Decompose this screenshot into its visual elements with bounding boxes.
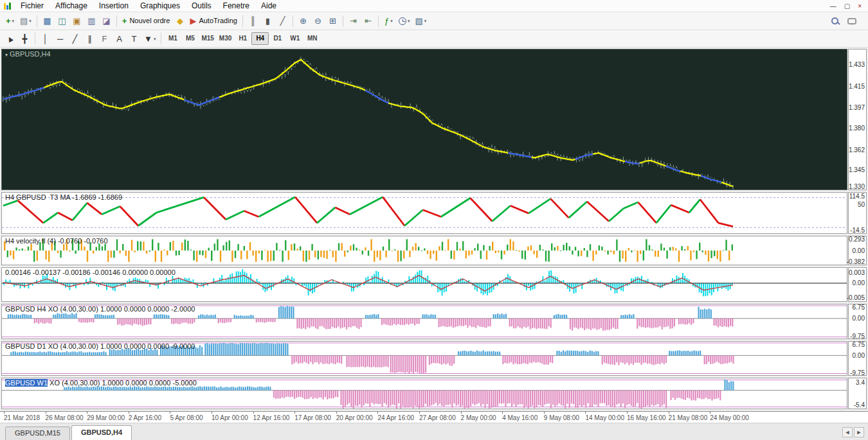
chart-pane-xo-d1[interactable]: GBPUSD D1 XO (4.00,30.00) 1.0000 0.0000 …: [1, 341, 847, 376]
timeframe-h1[interactable]: H1: [234, 32, 251, 45]
indicator-scale-osc[interactable]: 0.0030.00-0.005: [848, 267, 867, 302]
price-scale-main[interactable]: 1.4331.4151.3971.3801.3621.3451.330: [848, 49, 867, 190]
chevron-down-icon[interactable]: ▾: [424, 19, 427, 23]
auto-scroll-button[interactable]: ⇥: [346, 14, 361, 28]
menu-fichier[interactable]: Fichier: [15, 1, 50, 11]
text-button[interactable]: A: [112, 31, 127, 46]
tab-scroll-left-button[interactable]: ◄: [842, 427, 853, 437]
time-tick: [336, 412, 337, 414]
scale-label: -9.75: [850, 369, 865, 376]
window-controls: —▢×: [830, 3, 868, 10]
indicator-scale-velocity[interactable]: 0.2930.00-0.382: [848, 236, 867, 265]
chart-line-icon: ╱: [280, 17, 285, 25]
vertical-line-button[interactable]: │: [38, 31, 53, 46]
toolbar-separator: [116, 15, 117, 27]
chart-pane-xo-h4[interactable]: GBPUSD H4 XO (4.00,30.00) 1.0000 0.0000 …: [1, 304, 847, 339]
timeframe-m15[interactable]: M15: [199, 32, 216, 45]
menu-outils[interactable]: Outils: [186, 1, 217, 11]
pane-label: ▾GBPUSD,H4: [5, 50, 51, 58]
chart-pane-osc[interactable]: 0.00146 -0.00137 -0.00186 -0.00146 0.000…: [1, 267, 847, 302]
profiles-button[interactable]: ▤▾: [17, 14, 34, 28]
menu-insertion[interactable]: Insertion: [93, 1, 134, 11]
pane-label: GBPUSD W1 XO (4.00,30.00) 1.0000 0.0000 …: [5, 379, 197, 387]
timeframe-d1[interactable]: D1: [269, 32, 286, 45]
chart-pane-xo-w1[interactable]: GBPUSD W1 XO (4.00,30.00) 1.0000 0.0000 …: [1, 378, 847, 409]
chevron-down-icon[interactable]: ▾: [408, 19, 410, 23]
equidistant-channel-button[interactable]: ∥: [82, 31, 97, 46]
timeframe-w1[interactable]: W1: [286, 32, 303, 45]
periods-button[interactable]: ▾: [396, 14, 413, 28]
time-label: 5 Apr 08:00: [170, 414, 203, 421]
time-label: 2 May 00:00: [461, 414, 496, 421]
chart-tab-gbpusd-m15[interactable]: GBPUSD,M15: [5, 427, 70, 440]
data-window-button[interactable]: ◫: [55, 14, 69, 28]
market-watch-button[interactable]: ▦: [40, 14, 55, 28]
close-button[interactable]: ×: [858, 3, 862, 10]
timeframe-m30[interactable]: M30: [217, 32, 234, 45]
indicator-scale-xo-h4[interactable]: 6.750.00-9.75: [848, 304, 867, 339]
metaeditor-button[interactable]: ◆: [172, 14, 187, 28]
autotrading-button[interactable]: ▶AutoTrading: [187, 14, 240, 28]
text-label-button[interactable]: T: [127, 31, 141, 46]
time-tick: [212, 412, 212, 414]
horizontal-line-button[interactable]: ─: [53, 31, 68, 46]
chat-icon[interactable]: [847, 18, 856, 24]
crosshair-button[interactable]: ╋: [17, 31, 32, 46]
zoom-in-button[interactable]: ⊕: [296, 14, 311, 28]
restore-button[interactable]: ▢: [844, 3, 850, 10]
time-tick: [294, 412, 295, 414]
timeframe-h4[interactable]: H4: [251, 32, 269, 45]
navigator-icon: ▣: [73, 17, 80, 25]
scale-label: -9.75: [850, 332, 865, 339]
tile-windows-button[interactable]: ⊞: [325, 14, 340, 28]
chart-pane-main[interactable]: ▾GBPUSD,H4: [1, 49, 847, 190]
timeframe-m1[interactable]: M1: [164, 32, 181, 45]
indicators-button[interactable]: ƒ▾: [381, 14, 396, 28]
chevron-down-icon[interactable]: ▾: [390, 19, 393, 23]
trendline-button[interactable]: ╱: [68, 31, 82, 46]
chart-tab-gbpusd-h4[interactable]: GBPUSD,H4: [71, 425, 132, 440]
indicator-scale-xo-d1[interactable]: 6.750.00-9.75: [848, 341, 867, 376]
tab-scroll-arrows: ◄►: [838, 427, 868, 440]
menu-graphiques[interactable]: Graphiques: [134, 1, 186, 11]
timeframe-mn[interactable]: MN: [303, 32, 321, 45]
terminal-icon: ▥: [87, 17, 95, 25]
chart-line-button[interactable]: ╱: [275, 14, 290, 28]
timeframe-m5[interactable]: M5: [181, 32, 199, 45]
scale-label: 1.415: [849, 82, 865, 89]
chevron-down-icon[interactable]: ▾: [29, 19, 32, 23]
strategy-tester-button[interactable]: ◪: [99, 14, 114, 28]
terminal-button[interactable]: ▥: [84, 14, 99, 28]
tab-scroll-right-button[interactable]: ►: [854, 427, 864, 437]
time-tick: [377, 412, 378, 414]
menu-fenetre[interactable]: Fenetre: [217, 1, 255, 11]
chart-pane-velocity[interactable]: H4 velocity fl (4) -0.0760 -0.0760: [1, 236, 847, 265]
chart-bars-button[interactable]: ║: [246, 14, 260, 28]
chart-pane-t3[interactable]: H4 GBPUSD T3 MA -1.6869 -1.6869: [1, 192, 847, 234]
text-icon: A: [116, 35, 122, 43]
menu-items: FichierAffichageInsertionGraphiquesOutil…: [15, 1, 282, 11]
pane-label: 0.00146 -0.00137 -0.00186 -0.00146 0.000…: [5, 268, 176, 276]
new-chart-button[interactable]: +▾: [3, 14, 17, 28]
cursor-button[interactable]: ▲: [3, 31, 17, 46]
arrows-button[interactable]: ▼▾: [141, 31, 158, 46]
menu-aide[interactable]: Aide: [255, 1, 282, 11]
new-order-button[interactable]: +Nouvel ordre: [120, 14, 173, 28]
chevron-down-icon[interactable]: ▾: [154, 37, 156, 41]
chart-menu-icon[interactable]: ▾: [5, 52, 8, 58]
pane-label: GBPUSD D1 XO (4.00,30.00) 1.0000 0.0000 …: [5, 342, 195, 350]
chart-candles-button[interactable]: ▮: [260, 14, 275, 28]
indicator-scale-xo-w1[interactable]: 3.4-5.4: [848, 378, 867, 409]
fibonacci-button[interactable]: F: [97, 31, 112, 46]
indicator-scale-t3[interactable]: 114.550-14.5: [848, 192, 867, 234]
minimize-button[interactable]: —: [830, 3, 836, 10]
chart-shift-button[interactable]: ⇤: [361, 14, 375, 28]
search-icon[interactable]: [831, 17, 838, 24]
menu-affichage[interactable]: Affichage: [50, 1, 93, 11]
chevron-down-icon[interactable]: ▾: [12, 19, 15, 23]
navigator-button[interactable]: ▣: [69, 14, 84, 28]
scale-label: 6.75: [853, 341, 865, 348]
templates-button[interactable]: ▧▾: [412, 14, 429, 28]
time-axis[interactable]: 21 Mar 201826 Mar 08:0029 Mar 00:002 Apr…: [0, 411, 868, 423]
zoom-out-button[interactable]: ⊖: [311, 14, 325, 28]
